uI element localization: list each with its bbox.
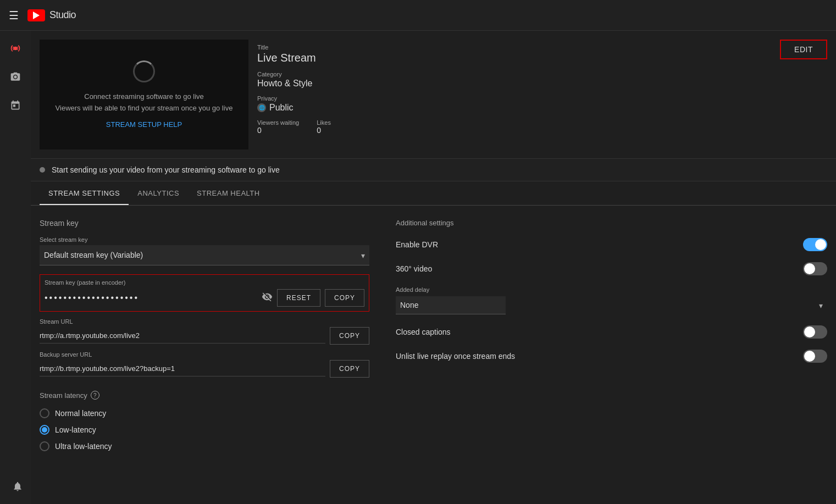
preview-video: Connect streaming software to go live Vi… <box>40 40 248 149</box>
stream-info: Title Live Stream Category Howto & Style… <box>257 40 827 149</box>
help-icon[interactable]: ? <box>91 391 99 400</box>
stream-preview-section: Connect streaming software to go live Vi… <box>31 31 836 159</box>
delay-section: Added delay None2s4s ▾ <box>396 286 827 314</box>
copy-key-button[interactable]: COPY <box>325 289 364 307</box>
radio-ultralow-label: Ultra low-latency <box>55 442 112 451</box>
likes-label: Likes <box>317 119 331 126</box>
edit-button[interactable]: EDIT <box>780 40 827 59</box>
title-label: Title <box>257 44 827 51</box>
hamburger-icon[interactable]: ☰ <box>9 9 19 22</box>
privacy-row: 🌐 Public <box>257 103 827 113</box>
svg-point-0 <box>14 47 18 51</box>
category-value: Howto & Style <box>257 79 827 88</box>
unlist-replay-toggle[interactable] <box>803 350 827 363</box>
right-panel: Additional settings Enable DVR 360° vide… <box>396 219 827 458</box>
status-bar: Start sending us your video from your st… <box>31 159 836 181</box>
stream-key-input[interactable] <box>45 293 257 303</box>
radio-normal-label: Normal latency <box>55 409 106 418</box>
delay-select[interactable]: None2s4s <box>396 296 506 314</box>
enable-dvr-label: Enable DVR <box>396 240 438 249</box>
settings-content: Stream key Select stream key Default str… <box>31 206 836 471</box>
category-label: Category <box>257 71 827 77</box>
youtube-logo <box>27 9 45 21</box>
backup-url-label: Backup server URL <box>40 351 369 358</box>
closed-captions-label: Closed captions <box>396 328 451 336</box>
privacy-label: Privacy <box>257 95 827 102</box>
video-360-toggle[interactable] <box>803 262 827 275</box>
sidebar-nav <box>0 31 31 504</box>
delay-select-wrapper: None2s4s ▾ <box>396 296 827 314</box>
viewers-label: Viewers waiting <box>257 119 299 126</box>
connect-message: Connect streaming software to go live <box>84 91 204 103</box>
tab-analytics[interactable]: ANALYTICS <box>129 181 188 205</box>
radio-ultralow-btn[interactable] <box>40 441 49 451</box>
stream-key-label: Stream key (paste in encoder) <box>45 279 364 286</box>
sidebar-item-calendar[interactable] <box>2 92 29 119</box>
reset-button[interactable]: RESET <box>277 289 320 307</box>
likes-value: 0 <box>317 126 331 135</box>
closed-captions-toggle[interactable] <box>803 325 827 339</box>
sidebar-item-live[interactable] <box>2 35 29 62</box>
stream-url-label: Stream URL <box>40 318 369 325</box>
latency-title: Stream latency ? <box>40 391 369 400</box>
viewers-stat: Viewers waiting 0 <box>257 119 299 135</box>
title-value: Live Stream <box>257 52 827 64</box>
status-dot <box>40 167 45 173</box>
copy-url-button[interactable]: COPY <box>330 327 369 345</box>
radio-low[interactable]: Low-latency <box>40 425 369 435</box>
live-icon <box>10 43 21 54</box>
additional-settings-title: Additional settings <box>396 219 827 227</box>
unlist-replay-row: Unlist live replay once stream ends <box>396 350 827 363</box>
radio-normal[interactable]: Normal latency <box>40 408 369 418</box>
studio-label: Studio <box>49 9 76 21</box>
logo-container[interactable]: Studio <box>27 9 76 21</box>
left-panel: Stream key Select stream key Default str… <box>40 219 369 458</box>
stream-url-input[interactable] <box>40 328 325 344</box>
stats-row: Viewers waiting 0 Likes 0 <box>257 119 827 135</box>
viewers-message: Viewers will be able to find your stream… <box>56 103 233 114</box>
radio-ultralow[interactable]: Ultra low-latency <box>40 441 369 451</box>
tab-stream-settings[interactable]: STREAM SETTINGS <box>40 181 129 205</box>
viewers-value: 0 <box>257 126 299 135</box>
backup-url-row: Backup server URL COPY <box>40 351 369 378</box>
delay-chevron-icon: ▾ <box>819 301 823 310</box>
video-360-label: 360° video <box>396 264 432 273</box>
closed-captions-row: Closed captions <box>396 325 827 339</box>
sidebar-item-camera[interactable] <box>2 64 29 90</box>
latency-section: Stream latency ? Normal latency Low-late… <box>40 391 369 451</box>
top-bar: ☰ Studio <box>0 0 836 31</box>
camera-icon <box>10 71 21 82</box>
stream-key-section-title: Stream key <box>40 219 369 228</box>
stream-key-select[interactable]: Default stream key (Variable) <box>40 245 369 265</box>
main-wrapper: Connect streaming software to go live Vi… <box>0 31 836 504</box>
privacy-value: Public <box>269 103 294 113</box>
status-text: Start sending us your video from your st… <box>52 165 280 174</box>
backup-url-input[interactable] <box>40 361 325 376</box>
copy-backup-button[interactable]: COPY <box>330 360 369 378</box>
stream-setup-link[interactable]: STREAM SETUP HELP <box>106 120 182 129</box>
stream-url-input-row: COPY <box>40 327 369 345</box>
latency-title-text: Stream latency <box>40 391 87 400</box>
delay-label: Added delay <box>396 286 827 293</box>
radio-low-btn[interactable] <box>40 425 49 435</box>
select-wrapper: Default stream key (Variable) ▾ <box>40 245 369 265</box>
bell-icon <box>12 481 23 492</box>
youtube-play-icon <box>33 12 40 19</box>
eye-slash-icon[interactable] <box>262 291 273 304</box>
globe-icon: 🌐 <box>257 103 266 112</box>
calendar-icon <box>10 100 21 111</box>
stream-key-box: Stream key (paste in encoder) RESET COPY <box>40 274 369 312</box>
notification-bell[interactable] <box>9 478 26 495</box>
enable-dvr-toggle[interactable] <box>803 238 827 251</box>
loading-spinner <box>133 60 155 82</box>
stream-url-row: Stream URL COPY <box>40 318 369 345</box>
radio-normal-btn[interactable] <box>40 408 49 418</box>
tabs-bar: STREAM SETTINGS ANALYTICS STREAM HEALTH <box>31 181 836 206</box>
select-stream-key-label: Select stream key <box>40 236 369 243</box>
stream-key-row: RESET COPY <box>45 289 364 307</box>
backup-url-input-row: COPY <box>40 360 369 378</box>
enable-dvr-row: Enable DVR <box>396 238 827 251</box>
unlist-replay-label: Unlist live replay once stream ends <box>396 352 515 361</box>
video-360-row: 360° video <box>396 262 827 275</box>
tab-stream-health[interactable]: STREAM HEALTH <box>188 181 269 205</box>
